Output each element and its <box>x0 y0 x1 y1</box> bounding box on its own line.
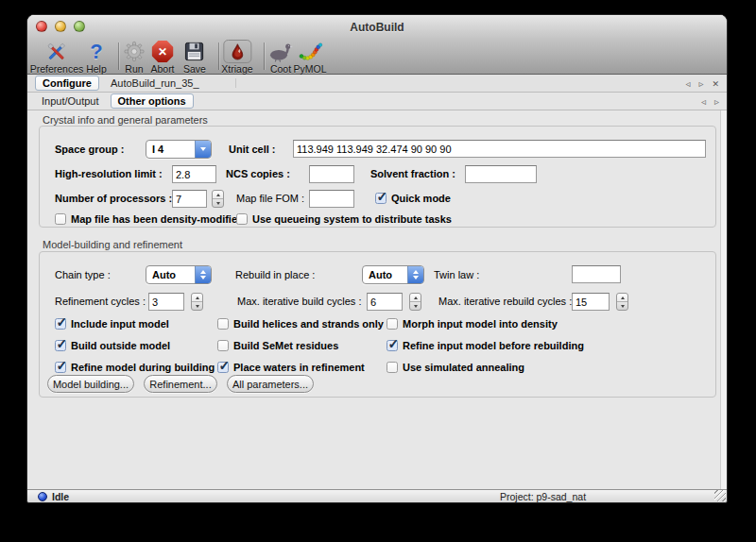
max-rebuild-cycles-label: Max. iterative rebuild cycles : <box>438 296 572 307</box>
all-parameters-button[interactable]: All parameters... <box>227 375 314 393</box>
checkbox-label: Refine input model before rebuilding <box>403 340 584 351</box>
high-resolution-label: High-resolution limit : <box>55 168 163 179</box>
checkbox-icon <box>55 213 66 225</box>
stepper-up-icon[interactable] <box>192 294 202 302</box>
queueing-checkbox[interactable]: Use queueing system to distribute tasks <box>236 212 452 226</box>
checkbox-label: Quick mode <box>391 193 451 204</box>
simulated-annealing-checkbox[interactable]: Use simulated annealing <box>387 360 524 374</box>
max-build-cycles-stepper[interactable] <box>409 293 421 311</box>
xtriage-droplet-icon <box>223 40 251 63</box>
rebuild-in-place-label: Rebuild in place : <box>235 269 315 280</box>
toolbar-button-preferences[interactable]: Preferences <box>30 40 84 75</box>
model-building-button[interactable]: Model building... <box>47 375 134 393</box>
toolbar-button-save[interactable]: Save <box>183 40 206 75</box>
help-icon: ? <box>90 40 102 63</box>
stepper-down-icon[interactable] <box>410 302 421 310</box>
build-outside-model-checkbox[interactable]: Build outside model <box>55 338 170 352</box>
stepper-down-icon[interactable] <box>617 302 627 310</box>
toolbar-label: Coot <box>270 63 291 75</box>
checkbox-label: Include input model <box>71 318 169 330</box>
space-group-value: I 4 <box>146 141 195 158</box>
tab-next-icon[interactable] <box>698 79 703 89</box>
refine-input-model-checkbox[interactable]: Refine input model before rebuilding <box>387 338 584 352</box>
nproc-input[interactable] <box>172 190 207 208</box>
build-helices-strands-checkbox[interactable]: Build helices and strands only <box>217 316 384 330</box>
checkbox-label: Refine model during building <box>71 362 215 373</box>
sub-tab-next-icon[interactable] <box>714 97 719 107</box>
toolbar: Preferences ? Help <box>27 39 727 75</box>
abort-octagon-icon <box>151 40 173 63</box>
max-rebuild-cycles-stepper[interactable] <box>616 293 628 311</box>
status-bar: Idle Project: p9-sad_nat <box>27 489 727 502</box>
high-resolution-input[interactable] <box>172 165 216 183</box>
max-rebuild-cycles-input[interactable] <box>572 293 610 311</box>
rebuild-in-place-select[interactable]: Auto <box>362 265 424 284</box>
rebuild-in-place-value: Auto <box>363 266 407 283</box>
twin-law-label: Twin law : <box>434 269 479 280</box>
place-waters-checkbox[interactable]: Place waters in refinement <box>217 360 365 374</box>
unit-cell-label: Unit cell : <box>229 144 276 155</box>
stepper-up-icon[interactable] <box>213 191 223 199</box>
model-group-title: Model-building and refinement <box>43 239 182 250</box>
checkbox-icon <box>387 318 398 330</box>
solvent-fraction-input[interactable] <box>465 165 537 183</box>
toolbar-button-xtriage[interactable]: Xtriage <box>221 40 252 75</box>
quick-mode-checkbox[interactable]: Quick mode <box>375 191 451 205</box>
toolbar-button-run[interactable]: Run <box>124 40 146 75</box>
checkbox-icon <box>387 362 398 373</box>
chain-type-select[interactable]: Auto <box>146 265 212 284</box>
unit-cell-input[interactable] <box>293 140 706 158</box>
crystal-groupbox: Space group : I 4 Unit cell : High-resol… <box>39 126 716 228</box>
toolbar-button-abort[interactable]: Abort <box>150 40 174 75</box>
refinement-button[interactable]: Refinement... <box>144 375 217 393</box>
checkbox-label: Place waters in refinement <box>233 362 365 373</box>
checkbox-icon <box>55 362 66 373</box>
checkbox-label: Map file has been density-modified <box>71 213 244 225</box>
tab-input-output[interactable]: Input/Output <box>35 94 106 108</box>
refinement-cycles-stepper[interactable] <box>191 293 203 311</box>
checkbox-label: Use simulated annealing <box>403 362 524 373</box>
checkbox-label: Build outside model <box>71 340 170 351</box>
sub-tab-nav-controls <box>701 93 719 110</box>
checkbox-icon <box>387 340 398 351</box>
refinement-cycles-input[interactable] <box>148 293 184 311</box>
toolbar-button-pymol[interactable]: PyMOL <box>293 40 326 75</box>
map-fom-input[interactable] <box>309 190 354 208</box>
density-modified-checkbox[interactable]: Map file has been density-modified <box>55 212 244 226</box>
checkbox-icon <box>55 340 66 351</box>
ncs-copies-input[interactable] <box>309 165 354 183</box>
tab-prev-icon[interactable] <box>685 79 690 89</box>
titlebar[interactable]: AutoBuild <box>27 15 727 39</box>
stepper-down-icon[interactable] <box>213 199 223 207</box>
twin-law-input[interactable] <box>572 265 621 283</box>
sub-tab-prev-icon[interactable] <box>701 97 706 107</box>
space-group-select[interactable]: I 4 <box>146 140 212 159</box>
max-build-cycles-label: Max. iterative build cycles : <box>237 296 361 307</box>
include-input-model-checkbox[interactable]: Include input model <box>55 316 169 330</box>
nproc-stepper[interactable] <box>212 190 224 208</box>
tab-close-icon[interactable] <box>712 79 719 89</box>
screenshot-background: AutoBuild Preferences ? Help <box>0 0 756 542</box>
map-fom-label: Map file FOM : <box>236 193 304 204</box>
tab-autobuild-run-35[interactable]: AutoBuild_run_35_ <box>104 76 206 90</box>
max-build-cycles-input[interactable] <box>367 293 403 311</box>
tab-other-options[interactable]: Other options <box>111 93 194 109</box>
nproc-label: Number of processors : <box>55 193 172 204</box>
resize-grip-icon[interactable] <box>714 490 726 501</box>
refine-during-building-checkbox[interactable]: Refine model during building <box>55 360 215 374</box>
toolbar-button-help[interactable]: ? Help <box>86 40 107 75</box>
build-semet-residues-checkbox[interactable]: Build SeMet residues <box>217 338 338 352</box>
gear-run-icon <box>124 40 146 63</box>
morph-input-model-checkbox[interactable]: Morph input model into density <box>387 316 558 330</box>
model-groupbox: Chain type : Auto Rebuild in place : Aut… <box>39 251 716 398</box>
stepper-up-icon[interactable] <box>617 294 627 302</box>
preferences-icon <box>45 40 68 63</box>
checkbox-icon <box>217 318 229 330</box>
toolbar-button-coot[interactable]: Coot <box>268 40 293 75</box>
checkbox-icon <box>236 213 248 225</box>
toolbar-label: Xtriage <box>221 63 252 75</box>
stepper-down-icon[interactable] <box>192 302 202 310</box>
dropdown-arrow-icon <box>195 141 211 158</box>
stepper-up-icon[interactable] <box>410 294 421 302</box>
tab-configure[interactable]: Configure <box>35 76 99 91</box>
